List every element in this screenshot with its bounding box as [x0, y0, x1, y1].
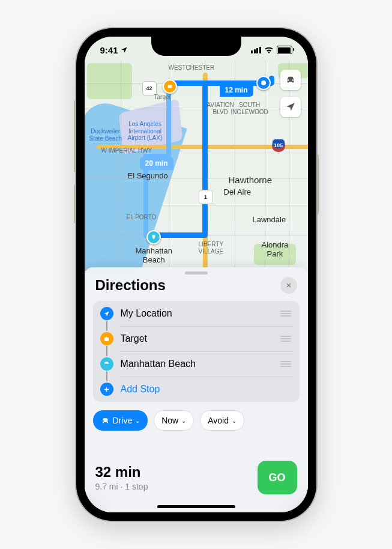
label-liberty: LIBERTY VILLAGE: [199, 241, 224, 255]
label-hawthorne: Hawthorne: [229, 175, 273, 185]
screen: 9:41: [85, 37, 308, 512]
label-imperial: W IMPERIAL HWY: [101, 147, 152, 154]
chevron-down-icon: ⌄: [232, 417, 237, 424]
stop-row-manhattan-beach[interactable]: Manhattan Beach: [93, 351, 300, 377]
route-time-alt[interactable]: 20 min: [140, 157, 173, 170]
stop-row-mylocation[interactable]: My Location: [93, 301, 300, 326]
map-mode-driving-button[interactable]: [280, 70, 301, 90]
umbrella-icon: [100, 357, 113, 371]
go-button[interactable]: GO: [258, 461, 297, 494]
departure-now-pill[interactable]: Now ⌄: [154, 410, 194, 431]
label-alondra: Alondra Park: [262, 241, 289, 259]
pin-start[interactable]: [256, 76, 271, 90]
sheet-grabber[interactable]: [185, 271, 208, 274]
cell-signal-icon: [251, 47, 261, 53]
stop-label: Target: [121, 333, 273, 344]
pin-destination[interactable]: [146, 230, 161, 244]
location-services-icon: [121, 45, 128, 55]
stop-label: My Location: [121, 308, 273, 319]
location-arrow-icon: [100, 307, 113, 320]
avoid-pill[interactable]: Avoid ⌄: [200, 410, 244, 431]
stop-label: Manhattan Beach: [121, 359, 273, 369]
interstate-shield-105: 105: [272, 139, 285, 152]
plus-icon: [100, 383, 113, 396]
svg-rect-2: [106, 336, 107, 338]
briefcase-icon: [100, 332, 113, 345]
label-aviation: AVIATION BLVD: [207, 102, 234, 115]
eta-time: 32 min: [95, 464, 148, 481]
label-south-inglewood: SOUTH INGLEWOOD: [231, 102, 268, 115]
label-el-porto: EL PORTO: [127, 214, 157, 221]
route-options: Drive ⌄ Now ⌄ Avoid ⌄: [85, 402, 308, 431]
route-shield-1: 1: [199, 190, 213, 204]
stop-row-target[interactable]: Target: [93, 326, 300, 351]
label-dockweiler[interactable]: Dockweiler State Beach: [89, 128, 122, 142]
home-indicator[interactable]: [157, 505, 235, 508]
label-lawndale: Lawndale: [253, 216, 286, 225]
wifi-icon: [264, 46, 274, 53]
map-canvas[interactable]: 42 1 105 12 min 20 min WESTCHESTER Targe…: [85, 37, 308, 271]
eta-details: 9.7 mi · 1 stop: [95, 482, 148, 491]
close-button[interactable]: [280, 277, 297, 294]
pin-target[interactable]: [163, 79, 177, 94]
battery-icon: [277, 46, 292, 54]
map-recenter-button[interactable]: [280, 97, 301, 117]
svg-rect-1: [104, 338, 109, 341]
directions-sheet[interactable]: Directions My Location: [85, 267, 308, 512]
svg-rect-0: [167, 85, 172, 88]
label-lax[interactable]: Los Angeles International Airport (LAX): [128, 121, 163, 142]
stops-list: My Location Target Manhattan B: [93, 301, 300, 402]
route-time-primary[interactable]: 12 min: [220, 83, 253, 97]
status-time: 9:41: [100, 45, 118, 55]
label-el-segundo: El Segundo: [128, 172, 168, 181]
label-del-aire: Del Aire: [224, 188, 252, 197]
phone-frame: 9:41: [76, 28, 316, 521]
reorder-handle-icon[interactable]: [280, 336, 291, 342]
add-stop-button[interactable]: Add Stop: [93, 377, 300, 402]
notch: [151, 37, 241, 56]
add-stop-label: Add Stop: [121, 384, 291, 395]
sheet-title: Directions: [95, 277, 166, 294]
chevron-down-icon: ⌄: [181, 417, 186, 424]
mode-drive-pill[interactable]: Drive ⌄: [93, 410, 148, 431]
label-target-pin: Target: [154, 94, 171, 101]
reorder-handle-icon[interactable]: [280, 361, 291, 367]
label-manhattan-beach: Manhattan Beach: [136, 247, 172, 265]
car-icon: [101, 416, 110, 425]
chevron-down-icon: ⌄: [135, 417, 140, 424]
label-westchester: WESTCHESTER: [169, 64, 215, 71]
reorder-handle-icon[interactable]: [280, 311, 291, 317]
